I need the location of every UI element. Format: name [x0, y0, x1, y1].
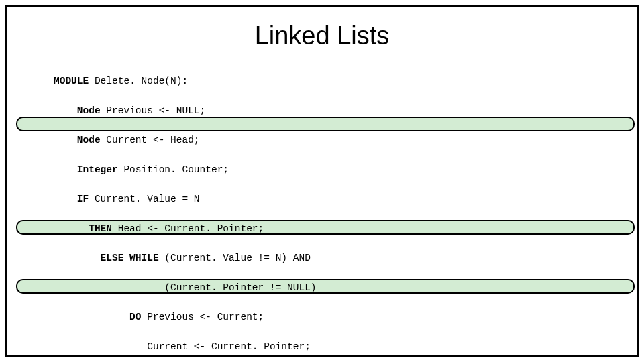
- kw: DO: [54, 312, 142, 322]
- kw: THEN: [54, 223, 112, 234]
- kw: IF: [54, 194, 89, 204]
- code-text: Previous <- Current;: [142, 312, 264, 322]
- pseudocode-block: MODULE Delete. Node(N): Node Previous <-…: [54, 59, 468, 362]
- code-line: Integer Position. Counter;: [54, 162, 468, 177]
- code-line: DO Previous <- Current;: [54, 310, 468, 324]
- kw: ELSE WHILE: [54, 253, 159, 263]
- kw: Integer: [54, 164, 118, 175]
- code-line: IF Current. Value = N: [54, 192, 468, 206]
- code-text: Current <- Head;: [101, 135, 200, 145]
- code-text: Current <- Current. Pointer;: [54, 341, 311, 352]
- slide-title: Linked Lists: [7, 21, 637, 50]
- kw: MODULE: [54, 76, 89, 86]
- code-line: Node Current <- Head;: [54, 133, 468, 147]
- code-text: (Current. Pointer != NULL): [54, 282, 317, 293]
- code-line: (Current. Pointer != NULL): [54, 280, 468, 295]
- code-line: Current <- Current. Pointer;: [54, 339, 468, 354]
- kw: Node: [54, 105, 101, 116]
- slide-frame: Linked Lists MODULE Delete. Node(N): Nod…: [5, 5, 639, 357]
- code-line: Node Previous <- NULL;: [54, 103, 468, 118]
- code-line: THEN Head <- Current. Pointer;: [54, 221, 468, 236]
- code-text: Delete. Node(N):: [89, 76, 188, 86]
- code-text: Current. Value = N: [89, 194, 199, 204]
- code-line: ELSE WHILE (Current. Value != N) AND: [54, 251, 468, 265]
- code-text: Position. Counter;: [118, 164, 229, 175]
- kw: Node: [54, 135, 101, 145]
- code-line: MODULE Delete. Node(N):: [54, 74, 468, 88]
- code-text: Previous <- NULL;: [101, 105, 206, 116]
- code-text: Head <- Current. Pointer;: [112, 223, 264, 234]
- code-text: (Current. Value != N) AND: [159, 253, 311, 263]
